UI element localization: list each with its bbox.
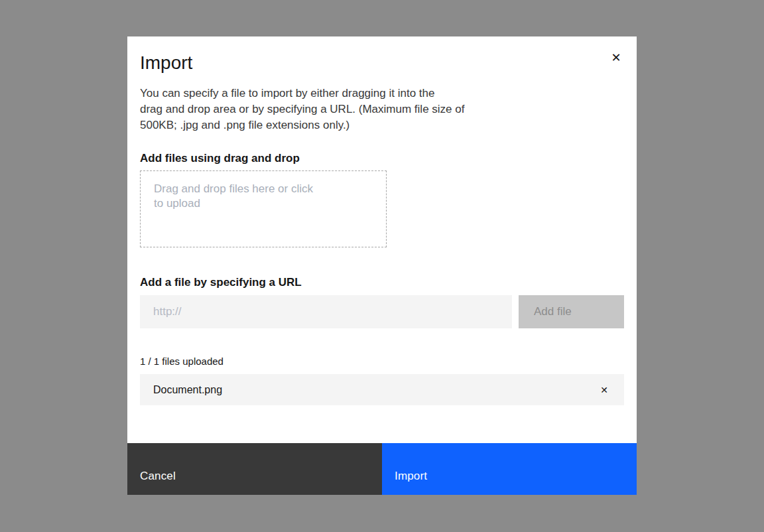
cancel-button[interactable]: Cancel: [127, 443, 382, 495]
import-modal: ✕ Import You can specify a file to impor…: [127, 36, 637, 495]
upload-status-text: 1 / 1 files uploaded: [140, 355, 624, 368]
modal-footer: Cancel Import: [127, 443, 637, 495]
close-icon: ✕: [611, 52, 621, 64]
uploaded-file-name: Document.png: [153, 384, 222, 396]
modal-description: You can specify a file to import by eith…: [140, 86, 624, 133]
add-file-button[interactable]: Add file: [519, 295, 624, 328]
url-input[interactable]: [140, 295, 512, 328]
file-dropzone[interactable]: Drag and drop files here or click to upl…: [140, 170, 387, 247]
modal-overlay: ✕ Import You can specify a file to impor…: [0, 0, 764, 532]
modal-title: Import: [140, 51, 624, 75]
url-upload-label: Add a file by specifying a URL: [140, 276, 624, 289]
import-button[interactable]: Import: [382, 443, 637, 495]
drag-drop-label: Add files using drag and drop: [140, 152, 624, 165]
close-icon: ✕: [600, 385, 608, 395]
dropzone-hint-text: Drag and drop files here or click to upl…: [154, 182, 313, 210]
url-upload-row: Add file: [140, 295, 624, 328]
uploaded-file-item: Document.png ✕: [140, 374, 624, 405]
close-button[interactable]: ✕: [600, 42, 632, 74]
remove-file-button[interactable]: ✕: [594, 379, 615, 401]
